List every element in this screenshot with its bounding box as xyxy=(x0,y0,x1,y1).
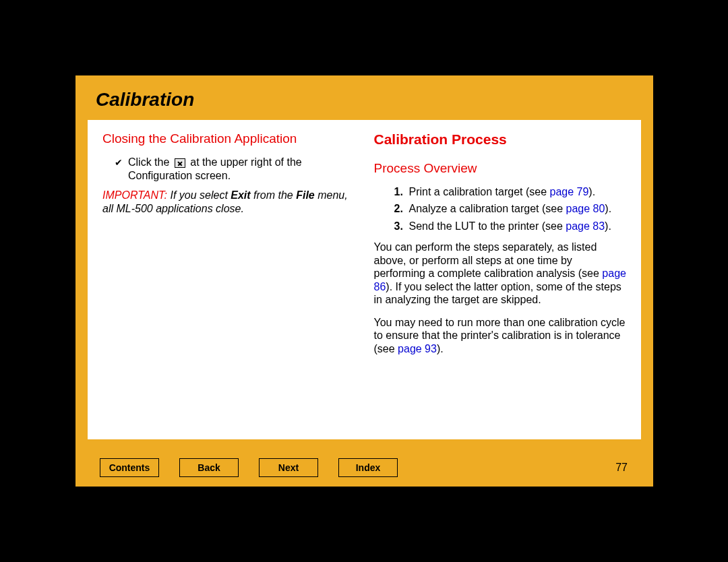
ordered-list: 1. Print a calibration target (see page … xyxy=(394,185,627,233)
document-page: Calibration Closing the Calibration Appl… xyxy=(75,75,653,487)
bullet-text: Click the at the upper right of the Conf… xyxy=(128,156,355,182)
footer-nav: Contents Back Next Index 77 xyxy=(88,449,641,487)
list-number: 2. xyxy=(394,202,409,216)
right-column: Calibration Process Process Overview 1. … xyxy=(374,131,627,429)
back-button[interactable]: Back xyxy=(179,458,239,477)
page-link[interactable]: page 83 xyxy=(566,220,605,232)
list-item: 1. Print a calibration target (see page … xyxy=(394,185,627,199)
bullet-item: ✔ Click the at the upper right of the Co… xyxy=(115,156,355,182)
page-title: Calibration xyxy=(96,89,633,111)
page-link[interactable]: page 79 xyxy=(550,186,589,197)
page-link[interactable]: page 80 xyxy=(566,203,605,214)
checkmark-icon: ✔ xyxy=(115,157,123,168)
right-heading: Calibration Process xyxy=(374,131,627,148)
list-item: 3. Send the LUT to the printer (see page… xyxy=(394,220,627,233)
left-column: Closing the Calibration Application ✔ Cl… xyxy=(102,131,355,429)
left-heading: Closing the Calibration Application xyxy=(102,131,355,146)
index-button[interactable]: Index xyxy=(338,458,398,477)
page-link[interactable]: page 93 xyxy=(398,343,437,354)
next-button[interactable]: Next xyxy=(259,458,318,477)
list-text: Print a calibration target (see page 79)… xyxy=(409,185,596,199)
list-text: Analyze a calibration target (see page 8… xyxy=(409,202,612,216)
list-item: 2. Analyze a calibration target (see pag… xyxy=(394,202,627,216)
paragraph: You may need to run more than one calibr… xyxy=(374,316,627,356)
right-subheading: Process Overview xyxy=(374,160,627,176)
content-area: Closing the Calibration Application ✔ Cl… xyxy=(88,120,641,439)
contents-button[interactable]: Contents xyxy=(100,458,159,477)
list-text: Send the LUT to the printer (see page 83… xyxy=(409,220,611,233)
close-icon xyxy=(175,158,185,168)
important-note: IMPORTANT: If you select Exit from the F… xyxy=(102,189,355,215)
page-header: Calibration xyxy=(75,75,653,120)
important-label: IMPORTANT: xyxy=(102,189,167,201)
paragraph: You can perform the steps separately, as… xyxy=(374,241,627,307)
list-number: 3. xyxy=(394,220,409,233)
list-number: 1. xyxy=(394,185,409,199)
page-number: 77 xyxy=(615,462,628,474)
